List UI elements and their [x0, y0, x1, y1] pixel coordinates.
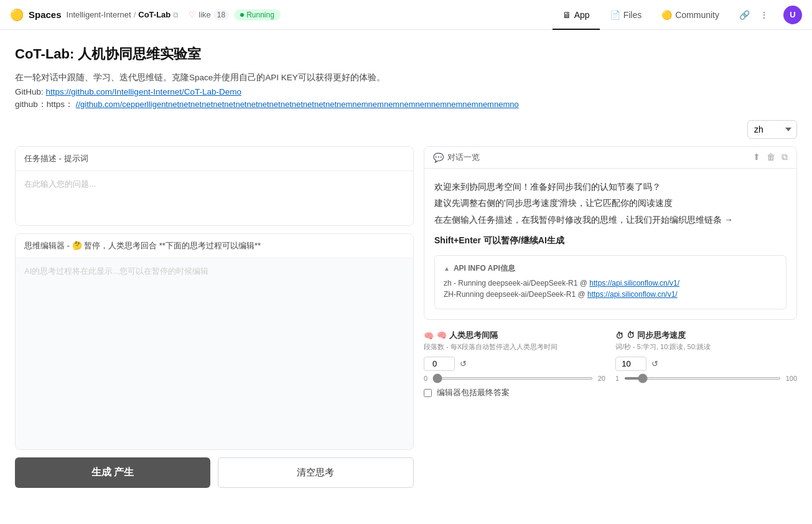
slider-min-label: 0	[424, 375, 427, 382]
chat-panel-header: 💬 对话一览 ⬆ 🗑 ⧉	[424, 147, 796, 169]
brain-icon: 🧠	[424, 331, 434, 340]
breadcrumb: Intelligent-Internet / CoT-Lab ⧉	[67, 10, 179, 19]
copy-icon[interactable]: ⧉	[173, 11, 179, 19]
delete-icon[interactable]: 🗑	[767, 152, 775, 162]
interval-counter[interactable]	[424, 357, 455, 371]
two-column-layout: 任务描述 - 提示词 思维编辑器 - 🤔 暂停，人类思考回合 **下面的思考过程…	[15, 146, 797, 488]
github-label: GitHub:	[15, 87, 44, 96]
description-text: 在一轮对话中跟随、学习、迭代思维链。克隆Space并使用自己的API KEY可以…	[15, 71, 797, 85]
speed-slider[interactable]	[624, 377, 781, 380]
nav-tabs: 🖥 App 📄 Files 🟡 Community	[553, 1, 729, 29]
lang-select[interactable]: zh en	[747, 120, 797, 139]
api-info-header: ▲ API INFO API信息	[444, 263, 777, 274]
like-label: like	[198, 10, 211, 19]
sync-speed-section: ⏱ ⏱ 同步思考速度 词/秒 - 5:学习, 10:跟读, 50:跳读 ↺ 1 …	[615, 330, 797, 382]
tab-files-label: Files	[623, 10, 642, 20]
thinking-panel: 思维编辑器 - 🤔 暂停，人类思考回合 **下面的思考过程可以编辑**	[15, 233, 414, 450]
api-link-1[interactable]: https://api.siliconflow.cn/v1/	[589, 279, 679, 288]
spaces-logo-label[interactable]: Spaces	[29, 9, 62, 20]
files-tab-icon: 📄	[610, 10, 620, 20]
tab-app-label: App	[574, 10, 590, 20]
app-tab-icon: 🖥	[562, 10, 571, 20]
left-column: 任务描述 - 提示词 思维编辑器 - 🤔 暂停，人类思考回合 **下面的思考过程…	[15, 146, 414, 488]
generate-button[interactable]: 生成 产生	[15, 457, 210, 488]
api-row-2: ZH-Running deepseek-ai/DeepSeek-R1 @ htt…	[444, 290, 777, 299]
tab-app[interactable]: 🖥 App	[553, 1, 600, 30]
github-long-link-row: github：https： //github.com/cepperlligent…	[15, 99, 797, 110]
speed-slider-max-label: 100	[786, 375, 797, 382]
github-link[interactable]: https://github.com/Intelligent-Internet/…	[46, 87, 241, 96]
tab-community-label: Community	[675, 10, 719, 20]
running-dot	[240, 13, 244, 17]
share-icon[interactable]: ⬆	[753, 152, 760, 162]
welcome-text: 欢迎来到协同思考空间！准备好同步我们的认知节奏了吗？ 建议先调整右侧的'同步思考…	[434, 179, 786, 228]
thinking-panel-header: 思维编辑器 - 🤔 暂停，人类思考回合 **下面的思考过程可以编辑**	[16, 234, 413, 258]
github-long-prefix: github：https：	[15, 100, 73, 109]
like-icon[interactable]: ♡	[189, 10, 196, 19]
link-share-icon[interactable]: 🔗	[739, 10, 750, 20]
sync-speed-title: ⏱ ⏱ 同步思考速度	[615, 330, 797, 341]
panel-actions: ⬆ 🗑 ⧉	[753, 152, 788, 162]
reset-interval-button[interactable]: ↺	[460, 359, 467, 368]
breadcrumb-org[interactable]: Intelligent-Internet	[67, 10, 131, 19]
top-navigation: 🟡 Spaces Intelligent-Internet / CoT-Lab …	[0, 0, 812, 30]
github-long-link[interactable]: //github.com/cepperlligentnetnetnetnetne…	[76, 100, 519, 109]
shift-enter-hint: Shift+Enter 可以暂停/继续AI生成	[434, 235, 786, 246]
reset-speed-button[interactable]: ↺	[651, 359, 658, 368]
api-info-box: ▲ API INFO API信息 zh - Running deepseek-a…	[434, 255, 786, 309]
speed-row: ↺	[615, 357, 797, 371]
avatar[interactable]: U	[783, 6, 802, 24]
tab-files[interactable]: 📄 Files	[600, 1, 652, 30]
lang-selector-row: zh en	[15, 120, 797, 139]
task-panel: 任务描述 - 提示词	[15, 146, 414, 226]
sync-speed-title-text: ⏱ 同步思考速度	[627, 330, 686, 341]
thinking-editor[interactable]	[24, 266, 404, 440]
task-panel-body	[16, 171, 413, 225]
human-interval-section: 🧠 🧠 人类思考间隔 段落数 - 每X段落自动暂停进入人类思考时间 ↺ 0 20	[424, 330, 605, 382]
interval-slider[interactable]	[432, 377, 593, 380]
sync-speed-subtitle: 词/秒 - 5:学习, 10:跟读, 50:跳读	[615, 342, 797, 352]
editor-final-checkbox[interactable]	[424, 389, 432, 397]
human-interval-subtitle: 段落数 - 每X段落自动暂停进入人类思考时间	[424, 342, 605, 352]
bottom-controls: 🧠 🧠 人类思考间隔 段落数 - 每X段落自动暂停进入人类思考时间 ↺ 0 20	[424, 330, 797, 382]
breadcrumb-repo[interactable]: CoT-Lab	[138, 10, 170, 19]
triangle-icon: ▲	[444, 265, 450, 272]
editor-final-label[interactable]: 编辑器包括最终答案	[437, 387, 510, 398]
running-badge: Running	[234, 9, 281, 21]
checkbox-row: 编辑器包括最终答案	[424, 387, 797, 398]
github-link-row: GitHub: https://github.com/Intelligent-I…	[15, 87, 797, 96]
tab-community[interactable]: 🟡 Community	[651, 1, 729, 30]
copy-panel-icon[interactable]: ⧉	[782, 152, 788, 162]
human-interval-title: 🧠 🧠 人类思考间隔	[424, 330, 605, 341]
right-column: 💬 对话一览 ⬆ 🗑 ⧉ 欢迎来到协同思考空间！准备好同步我们的认知节奏了吗？ …	[424, 146, 797, 399]
speed-input[interactable]	[615, 357, 646, 371]
speed-slider-row: 1 100	[615, 375, 797, 382]
spaces-logo-emoji: 🟡	[10, 8, 24, 22]
api-link-2[interactable]: https://api.siliconflow.cn/v1/	[587, 290, 678, 299]
chat-icon: 💬	[433, 152, 444, 162]
task-input[interactable]	[24, 179, 404, 216]
chat-content: 欢迎来到协同思考空间！准备好同步我们的认知节奏了吗？ 建议先调整右侧的'同步思考…	[424, 169, 796, 320]
chat-panel: 💬 对话一览 ⬆ 🗑 ⧉ 欢迎来到协同思考空间！准备好同步我们的认知节奏了吗？ …	[424, 146, 797, 320]
thinking-panel-body	[16, 258, 413, 449]
breadcrumb-separator: /	[134, 10, 136, 19]
clear-button[interactable]: 清空思考	[218, 457, 414, 488]
task-panel-header: 任务描述 - 提示词	[16, 147, 413, 171]
community-tab-icon: 🟡	[661, 10, 672, 20]
action-buttons: 生成 产生 清空思考	[15, 457, 414, 488]
page-title: CoT-Lab: 人机协同思维实验室	[15, 45, 797, 63]
chat-panel-title: 对话一览	[447, 152, 480, 163]
human-interval-title-text: 🧠 人类思考间隔	[437, 330, 498, 341]
api-row-1: zh - Running deepseek-ai/DeepSeek-R1 @ h…	[444, 279, 777, 288]
slider-max-label: 20	[598, 375, 605, 382]
more-options-button[interactable]: ⋮	[755, 5, 773, 25]
like-count: 18	[213, 10, 229, 20]
speed-slider-min-label: 1	[615, 375, 619, 382]
clock-icon: ⏱	[615, 331, 623, 340]
main-content: CoT-Lab: 人机协同思维实验室 在一轮对话中跟随、学习、迭代思维链。克隆S…	[0, 30, 812, 498]
counter-row: ↺	[424, 357, 605, 371]
interval-slider-row: 0 20	[424, 375, 605, 382]
like-section: ♡ like 18	[189, 10, 229, 20]
api-info-label: API INFO API信息	[454, 263, 515, 274]
running-label: Running	[246, 11, 274, 19]
